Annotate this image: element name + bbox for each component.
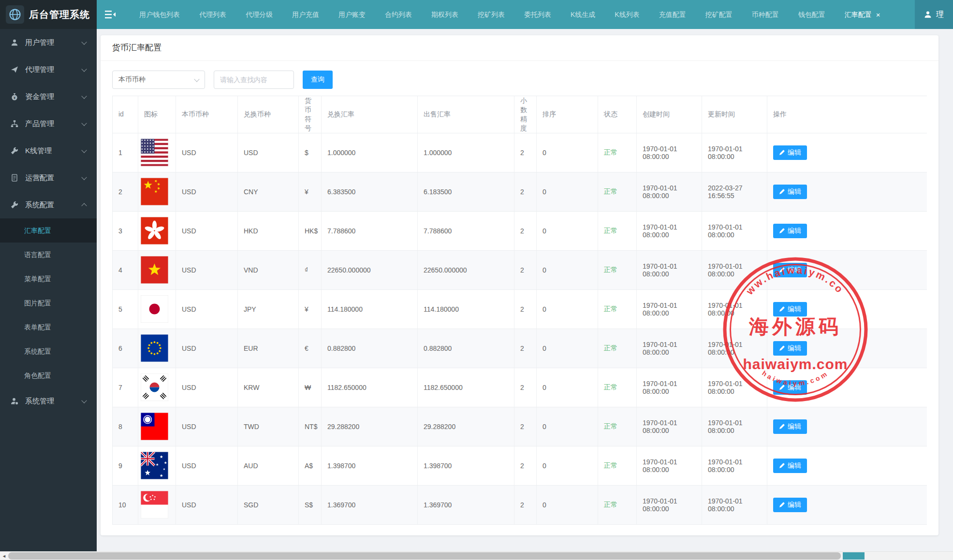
tab-12[interactable]: 充值配置 <box>649 0 696 29</box>
row-sell-rate: 1182.650000 <box>418 368 514 407</box>
row-actions: 编辑 <box>767 329 927 368</box>
column-header: 出售汇率 <box>418 96 514 133</box>
sidebar-item-7[interactable]: 系统配置 <box>0 191 97 218</box>
app-title: 后台管理系统 <box>29 8 90 21</box>
pencil-icon <box>779 463 785 469</box>
tab-2[interactable]: 代理列表 <box>190 0 236 29</box>
tab-label: 代理分级 <box>246 0 273 29</box>
scroll-left-arrow-icon[interactable]: ◄ <box>0 552 8 560</box>
row-created-time: 1970-01-01 08:00:00 <box>637 329 702 368</box>
tab-13[interactable]: 挖矿配置 <box>696 0 742 29</box>
tab-4[interactable]: 用户充值 <box>282 0 329 29</box>
chevron-down-icon <box>81 147 87 153</box>
sidebar-subitem-3[interactable]: 菜单配置 <box>0 267 97 291</box>
row-status: 正常 <box>598 485 637 524</box>
edit-button[interactable]: 编辑 <box>773 263 807 277</box>
row-created-time: 1970-01-01 08:00:00 <box>637 133 702 172</box>
user-menu[interactable]: 理 <box>915 0 953 29</box>
edit-button[interactable]: 编辑 <box>773 341 807 356</box>
topbar: 后台管理系统 用户钱包列表代理列表代理分级用户充值用户账变合约列表期权列表挖矿列… <box>0 0 953 29</box>
edit-button[interactable]: 编辑 <box>773 224 807 238</box>
sidebar-subitem-7[interactable]: 角色配置 <box>0 363 97 388</box>
sidebar-item-1[interactable]: 用户管理 <box>0 29 97 56</box>
row-actions: 编辑 <box>767 407 927 446</box>
sidebar-item-2[interactable]: 代理管理 <box>0 56 97 83</box>
sidebar-item-label: 资金管理 <box>25 92 82 101</box>
tab-15[interactable]: 钱包配置 <box>789 0 835 29</box>
row-precision: 2 <box>514 329 537 368</box>
row-precision: 2 <box>514 211 537 250</box>
row-symbol: S$ <box>299 485 322 524</box>
sidebar-item-8[interactable]: 系统管理 <box>0 388 97 415</box>
row-exchange-rate: 6.383500 <box>322 172 418 211</box>
sidebar-subitem-5[interactable]: 表单配置 <box>0 315 97 339</box>
sidebar-subitem-6[interactable]: 系统配置 <box>0 339 97 363</box>
sidebar-item-6[interactable]: 运营配置 <box>0 164 97 191</box>
submenu: 汇率配置语言配置菜单配置图片配置表单配置系统配置角色配置 <box>0 218 97 388</box>
tab-6[interactable]: 合约列表 <box>375 0 422 29</box>
tab-label: K线生成 <box>571 0 595 29</box>
edit-button[interactable]: 编辑 <box>773 498 807 512</box>
base-currency-select[interactable]: 本币币种 <box>112 71 205 89</box>
tab-8[interactable]: 挖矿列表 <box>468 0 514 29</box>
edit-button[interactable]: 编辑 <box>773 302 807 316</box>
edit-button[interactable]: 编辑 <box>773 380 807 395</box>
send-icon <box>11 66 19 73</box>
sidebar-item-5[interactable]: K线管理 <box>0 137 97 164</box>
tab-5[interactable]: 用户账变 <box>329 0 375 29</box>
chevron-down-icon <box>81 93 87 99</box>
row-base-currency: USD <box>176 172 238 211</box>
column-header: 排序 <box>537 96 598 133</box>
chevron-down-icon <box>81 120 87 126</box>
sidebar-collapse-icon[interactable] <box>97 0 124 29</box>
pencil-icon <box>779 267 785 273</box>
row-symbol: HK$ <box>299 211 322 250</box>
row-symbol: NT$ <box>299 407 322 446</box>
row-precision: 2 <box>514 250 537 289</box>
scrollbar-thumb[interactable] <box>8 552 841 560</box>
tab-label: 汇率配置 <box>845 0 872 29</box>
tab-label: 用户账变 <box>338 0 366 29</box>
edit-button[interactable]: 编辑 <box>773 185 807 199</box>
edit-button[interactable]: 编辑 <box>773 419 807 434</box>
tab-9[interactable]: 委托列表 <box>514 0 561 29</box>
row-actions: 编辑 <box>767 289 927 329</box>
tab-14[interactable]: 币种配置 <box>742 0 789 29</box>
edit-button[interactable]: 编辑 <box>773 459 807 473</box>
row-status: 正常 <box>598 407 637 446</box>
row-actions: 编辑 <box>767 446 927 485</box>
sidebar-subitem-2[interactable]: 语言配置 <box>0 243 97 267</box>
tab-1[interactable]: 用户钱包列表 <box>130 0 190 29</box>
row-sell-rate: 1.369700 <box>418 485 514 524</box>
sidebar-subitem-4[interactable]: 图片配置 <box>0 291 97 315</box>
edit-button-label: 编辑 <box>788 501 801 509</box>
user-label: 理 <box>936 10 944 20</box>
row-quote-currency: HKD <box>238 211 299 250</box>
tab-label: 用户充值 <box>292 0 319 29</box>
table-row-5: 5USDJPY¥114.180000114.18000020正常1970-01-… <box>113 289 927 329</box>
row-sell-rate: 0.882800 <box>418 329 514 368</box>
row-updated-time: 1970-01-01 08:00:00 <box>702 368 767 407</box>
table-header-row: id图标本币币种兑换币种货币符号兑换汇率出售汇率小数精度排序状态创建时间更新时间… <box>113 96 927 133</box>
edit-button[interactable]: 编辑 <box>773 145 807 160</box>
row-id: 8 <box>113 407 138 446</box>
row-quote-currency: SGD <box>238 485 299 524</box>
row-sort: 0 <box>537 446 598 485</box>
horizontal-scrollbar[interactable]: ◄ <box>0 551 953 560</box>
tab-10[interactable]: K线生成 <box>561 0 605 29</box>
sidebar-item-3[interactable]: ¥资金管理 <box>0 83 97 110</box>
query-button[interactable]: 查询 <box>303 71 333 89</box>
tab-close-icon[interactable]: × <box>876 11 880 18</box>
flag-hk-icon <box>141 217 168 244</box>
sidebar-item-4[interactable]: 产品管理 <box>0 110 97 137</box>
row-id: 2 <box>113 172 138 211</box>
row-flag <box>138 446 176 485</box>
sidebar-subitem-1[interactable]: 汇率配置 <box>0 218 97 243</box>
tab-16[interactable]: 汇率配置× <box>835 0 890 29</box>
tab-7[interactable]: 期权列表 <box>422 0 468 29</box>
tab-11[interactable]: K线列表 <box>605 0 649 29</box>
search-input[interactable] <box>214 71 294 89</box>
tab-3[interactable]: 代理分级 <box>236 0 282 29</box>
flag-au-icon <box>141 452 168 479</box>
row-sell-rate: 1.000000 <box>418 133 514 172</box>
